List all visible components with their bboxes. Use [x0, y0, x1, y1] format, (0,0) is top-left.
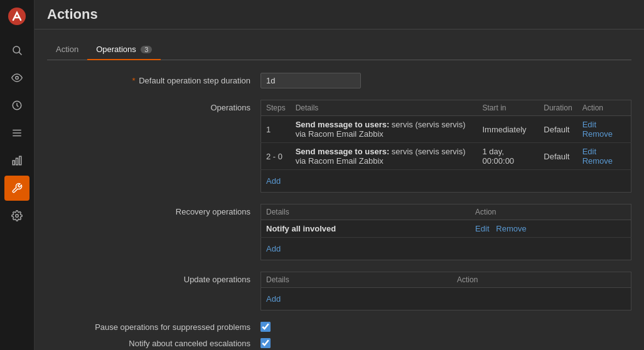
tab-bar: Action Operations 3: [47, 40, 631, 60]
row1-details: Send message to users: servis (servis se…: [291, 116, 478, 143]
table-row: Notify all involved Edit Remove: [261, 220, 631, 238]
rec-row1-details: Notify all involved: [261, 220, 471, 238]
operations-row: Operations Steps Details Start in Durati…: [47, 100, 631, 193]
sidebar: [0, 0, 35, 350]
update-label: Update operations: [47, 272, 260, 284]
clock-icon[interactable]: [4, 93, 30, 118]
page-title: Actions: [47, 6, 631, 23]
col-duration: Duration: [539, 100, 577, 116]
row2-action: Edit Remove: [577, 143, 631, 170]
wrench-icon[interactable]: [4, 176, 30, 201]
notify-label: Notify about canceled escalations: [47, 339, 260, 348]
row2-edit-link[interactable]: Edit: [582, 147, 596, 156]
row1-steps: 1: [261, 116, 291, 143]
svg-line-2: [19, 52, 21, 55]
upd-col-action: Action: [452, 272, 631, 288]
svg-rect-8: [13, 161, 14, 165]
svg-rect-10: [19, 156, 21, 165]
step-duration-control: [260, 73, 631, 88]
row2-details: Send message to users: servis (servis se…: [291, 143, 478, 170]
col-startin: Start in: [477, 100, 539, 116]
row1-action: Edit Remove: [577, 116, 631, 143]
svg-point-3: [16, 77, 19, 80]
operations-badge: 3: [141, 46, 152, 53]
col-details: Details: [291, 100, 478, 116]
svg-point-1: [13, 46, 20, 53]
svg-point-0: [8, 8, 26, 25]
pause-label: Pause operations for suppressed problems: [47, 322, 260, 332]
page-header: Actions: [35, 0, 644, 29]
rec-remove-link[interactable]: Remove: [496, 224, 526, 233]
update-row: Update operations Details Action Add: [47, 272, 631, 310]
update-control: Details Action Add: [260, 272, 631, 310]
list-icon[interactable]: [4, 120, 30, 146]
recovery-label: Recovery operations: [47, 204, 260, 216]
row1-duration: Default: [539, 116, 577, 143]
row1-remove-link[interactable]: Remove: [582, 129, 613, 139]
rec-row1-action: Edit Remove: [470, 220, 631, 238]
row2-duration: Default: [539, 143, 577, 170]
notify-row: Notify about canceled escalations: [47, 338, 631, 348]
upd-col-details: Details: [261, 272, 453, 288]
step-duration-label: * Default operation step duration: [47, 73, 260, 85]
recovery-add-link[interactable]: Add: [266, 241, 281, 256]
tab-action[interactable]: Action: [47, 40, 87, 60]
operations-label: Operations: [47, 100, 260, 112]
table-row-add: Add: [261, 170, 631, 193]
svg-point-11: [16, 215, 19, 218]
row2-remove-link[interactable]: Remove: [582, 156, 613, 166]
table-row: 1 Send message to users: servis (servis …: [261, 116, 631, 143]
svg-rect-9: [16, 158, 18, 165]
row2-startin: 1 day, 00:00:00: [477, 143, 539, 170]
tab-operations[interactable]: Operations 3: [87, 40, 161, 60]
rec-col-action: Action: [470, 204, 631, 220]
rec-col-details: Details: [261, 204, 471, 220]
col-action: Action: [577, 100, 631, 116]
recovery-row: Recovery operations Details Action Notif…: [47, 204, 631, 260]
operations-control: Steps Details Start in Duration Action 1…: [260, 100, 631, 193]
gear-icon[interactable]: [4, 203, 30, 228]
main-content: Actions Action Operations 3 * Default op…: [35, 0, 644, 350]
update-add-link[interactable]: Add: [266, 292, 281, 306]
recovery-table: Details Action Notify all involved Edit: [260, 204, 631, 260]
operations-add-link[interactable]: Add: [266, 174, 281, 188]
row2-steps: 2 - 0: [261, 143, 291, 170]
table-row-add: Add: [261, 238, 631, 260]
operations-table: Steps Details Start in Duration Action 1…: [260, 100, 631, 193]
rec-edit-link[interactable]: Edit: [475, 224, 489, 233]
chart-icon[interactable]: [4, 148, 30, 173]
table-row-add: Add: [261, 288, 631, 310]
step-duration-input[interactable]: [260, 73, 361, 88]
content-area: Action Operations 3 * Default operation …: [35, 29, 644, 350]
notify-checkbox[interactable]: [260, 338, 271, 348]
eye-icon[interactable]: [4, 65, 30, 90]
row1-startin: Immediately: [477, 116, 539, 143]
pause-checkbox[interactable]: [260, 322, 271, 332]
app-logo: [6, 5, 28, 28]
pause-row: Pause operations for suppressed problems: [47, 322, 631, 332]
col-steps: Steps: [261, 100, 291, 116]
step-duration-row: * Default operation step duration: [47, 73, 631, 88]
row1-edit-link[interactable]: Edit: [582, 120, 596, 129]
search-icon[interactable]: [4, 38, 30, 63]
recovery-control: Details Action Notify all involved Edit: [260, 204, 631, 260]
update-table: Details Action Add: [260, 272, 631, 310]
table-row: 2 - 0 Send message to users: servis (ser…: [261, 143, 631, 170]
